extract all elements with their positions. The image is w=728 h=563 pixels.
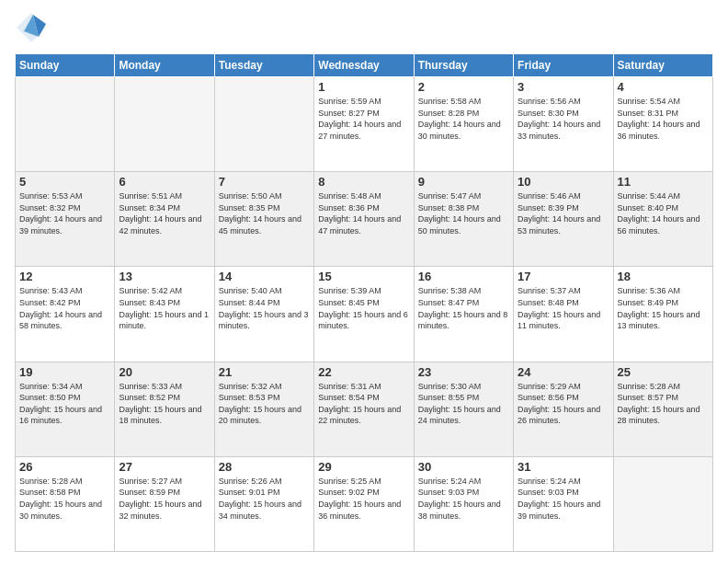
day-number: 27 [119,460,210,474]
day-info: Sunrise: 5:28 AMSunset: 8:58 PMDaylight:… [19,476,110,522]
table-row: 27Sunrise: 5:27 AMSunset: 8:59 PMDayligh… [115,456,214,551]
day-number: 21 [219,365,310,379]
col-thursday: Thursday [414,54,513,77]
table-row: 11Sunrise: 5:44 AMSunset: 8:40 PMDayligh… [613,172,712,267]
table-row: 21Sunrise: 5:32 AMSunset: 8:53 PMDayligh… [214,362,313,456]
table-row: 22Sunrise: 5:31 AMSunset: 8:54 PMDayligh… [314,362,414,456]
table-row: 2Sunrise: 5:58 AMSunset: 8:28 PMDaylight… [414,77,513,172]
calendar-table: Sunday Monday Tuesday Wednesday Thursday… [15,53,713,552]
table-row [16,77,115,172]
day-number: 5 [19,175,110,189]
day-info: Sunrise: 5:48 AMSunset: 8:36 PMDaylight:… [318,190,409,236]
calendar-week-row: 12Sunrise: 5:43 AMSunset: 8:42 PMDayligh… [16,267,713,362]
logo-icon [15,11,48,44]
day-number: 16 [418,270,509,283]
day-info: Sunrise: 5:24 AMSunset: 9:03 PMDaylight:… [418,476,509,522]
day-number: 11 [618,175,709,189]
day-info: Sunrise: 5:47 AMSunset: 8:38 PMDaylight:… [418,190,509,236]
day-info: Sunrise: 5:37 AMSunset: 8:48 PMDaylight:… [518,285,609,331]
calendar-week-row: 1Sunrise: 5:59 AMSunset: 8:27 PMDaylight… [16,77,713,172]
day-number: 7 [219,175,310,189]
day-info: Sunrise: 5:40 AMSunset: 8:44 PMDaylight:… [219,285,310,331]
calendar-week-row: 26Sunrise: 5:28 AMSunset: 8:58 PMDayligh… [16,456,713,551]
day-number: 22 [318,365,409,379]
table-row: 31Sunrise: 5:24 AMSunset: 9:03 PMDayligh… [514,456,613,551]
day-number: 26 [19,460,110,474]
table-row: 13Sunrise: 5:42 AMSunset: 8:43 PMDayligh… [115,267,214,362]
day-number: 19 [19,365,110,379]
day-info: Sunrise: 5:25 AMSunset: 9:02 PMDaylight:… [318,476,409,522]
day-info: Sunrise: 5:56 AMSunset: 8:30 PMDaylight:… [518,96,609,142]
day-number: 20 [119,365,210,379]
day-number: 3 [518,80,609,94]
table-row [214,77,313,172]
day-info: Sunrise: 5:24 AMSunset: 9:03 PMDaylight:… [518,476,609,522]
day-info: Sunrise: 5:42 AMSunset: 8:43 PMDaylight:… [119,285,210,331]
day-info: Sunrise: 5:36 AMSunset: 8:49 PMDaylight:… [618,285,709,331]
day-info: Sunrise: 5:50 AMSunset: 8:35 PMDaylight:… [219,190,310,236]
table-row: 5Sunrise: 5:53 AMSunset: 8:32 PMDaylight… [16,172,115,267]
day-info: Sunrise: 5:53 AMSunset: 8:32 PMDaylight:… [19,190,110,236]
day-info: Sunrise: 5:26 AMSunset: 9:01 PMDaylight:… [219,476,310,522]
table-row: 17Sunrise: 5:37 AMSunset: 8:48 PMDayligh… [514,267,613,362]
calendar-week-row: 19Sunrise: 5:34 AMSunset: 8:50 PMDayligh… [16,362,713,456]
table-row: 28Sunrise: 5:26 AMSunset: 9:01 PMDayligh… [214,456,313,551]
day-number: 12 [19,270,110,283]
day-info: Sunrise: 5:29 AMSunset: 8:56 PMDaylight:… [518,381,609,427]
day-number: 24 [518,365,609,379]
day-info: Sunrise: 5:32 AMSunset: 8:53 PMDaylight:… [219,381,310,427]
table-row: 20Sunrise: 5:33 AMSunset: 8:52 PMDayligh… [115,362,214,456]
day-number: 17 [518,270,609,283]
day-info: Sunrise: 5:33 AMSunset: 8:52 PMDaylight:… [119,381,210,427]
day-info: Sunrise: 5:39 AMSunset: 8:45 PMDaylight:… [318,285,409,331]
col-friday: Friday [514,54,613,77]
table-row: 15Sunrise: 5:39 AMSunset: 8:45 PMDayligh… [314,267,414,362]
day-info: Sunrise: 5:38 AMSunset: 8:47 PMDaylight:… [418,285,509,331]
day-number: 25 [618,365,709,379]
day-info: Sunrise: 5:44 AMSunset: 8:40 PMDaylight:… [618,190,709,236]
day-info: Sunrise: 5:31 AMSunset: 8:54 PMDaylight:… [318,381,409,427]
table-row: 19Sunrise: 5:34 AMSunset: 8:50 PMDayligh… [16,362,115,456]
logo [15,11,51,44]
day-number: 9 [418,175,509,189]
day-number: 18 [618,270,709,283]
table-row: 3Sunrise: 5:56 AMSunset: 8:30 PMDaylight… [514,77,613,172]
col-monday: Monday [115,54,214,77]
table-row: 7Sunrise: 5:50 AMSunset: 8:35 PMDaylight… [214,172,313,267]
col-wednesday: Wednesday [314,54,414,77]
day-number: 1 [318,80,409,94]
day-info: Sunrise: 5:30 AMSunset: 8:55 PMDaylight:… [418,381,509,427]
table-row: 9Sunrise: 5:47 AMSunset: 8:38 PMDaylight… [414,172,513,267]
day-number: 6 [119,175,210,189]
day-info: Sunrise: 5:27 AMSunset: 8:59 PMDaylight:… [119,476,210,522]
day-number: 14 [219,270,310,283]
table-row: 14Sunrise: 5:40 AMSunset: 8:44 PMDayligh… [214,267,313,362]
calendar-week-row: 5Sunrise: 5:53 AMSunset: 8:32 PMDaylight… [16,172,713,267]
day-number: 31 [518,460,609,474]
table-row: 16Sunrise: 5:38 AMSunset: 8:47 PMDayligh… [414,267,513,362]
day-number: 15 [318,270,409,283]
day-info: Sunrise: 5:59 AMSunset: 8:27 PMDaylight:… [318,96,409,142]
day-number: 23 [418,365,509,379]
table-row: 26Sunrise: 5:28 AMSunset: 8:58 PMDayligh… [16,456,115,551]
table-row: 1Sunrise: 5:59 AMSunset: 8:27 PMDaylight… [314,77,414,172]
day-info: Sunrise: 5:51 AMSunset: 8:34 PMDaylight:… [119,190,210,236]
col-sunday: Sunday [16,54,115,77]
page: Sunday Monday Tuesday Wednesday Thursday… [0,0,728,563]
col-tuesday: Tuesday [214,54,313,77]
table-row [115,77,214,172]
day-number: 13 [119,270,210,283]
header [15,11,713,44]
day-info: Sunrise: 5:28 AMSunset: 8:57 PMDaylight:… [618,381,709,427]
table-row: 12Sunrise: 5:43 AMSunset: 8:42 PMDayligh… [16,267,115,362]
day-number: 8 [318,175,409,189]
day-number: 30 [418,460,509,474]
table-row: 24Sunrise: 5:29 AMSunset: 8:56 PMDayligh… [514,362,613,456]
table-row: 4Sunrise: 5:54 AMSunset: 8:31 PMDaylight… [613,77,712,172]
day-info: Sunrise: 5:34 AMSunset: 8:50 PMDaylight:… [19,381,110,427]
table-row: 30Sunrise: 5:24 AMSunset: 9:03 PMDayligh… [414,456,513,551]
day-number: 4 [618,80,709,94]
table-row: 10Sunrise: 5:46 AMSunset: 8:39 PMDayligh… [514,172,613,267]
day-info: Sunrise: 5:46 AMSunset: 8:39 PMDaylight:… [518,190,609,236]
day-info: Sunrise: 5:58 AMSunset: 8:28 PMDaylight:… [418,96,509,142]
